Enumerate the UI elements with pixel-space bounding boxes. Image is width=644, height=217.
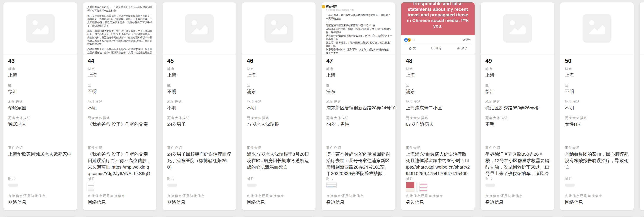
record-card-50[interactable]: 50 城市 上海 区 不明 地址描述 不明 死者大体描述 女性HR 事件介绍 丹… [560, 2, 634, 211]
field-label-deceased: 死者大体描述 [565, 116, 629, 120]
field-value-city: 上海 [565, 72, 629, 78]
comment-button[interactable]: 评论 [431, 46, 442, 50]
card-fields: 43 城市 上海 区 徐汇 地址描述 华欣家园 死者大体描述 独居老人 事件介绍… [4, 54, 77, 205]
weibo-body-line: 0220329去医院采样核酸，以便1号血透，晚上被告知核酸异样，等待转移 [326, 27, 392, 34]
cover-paragraph: 人都没有这样的机会，一个病人需要几十个人的同时帮助和关怀才有可能获得一丝的机会！ [87, 6, 152, 12]
field-label-image: 图片 [565, 177, 629, 181]
record-number: 48 [406, 57, 470, 64]
field-label-direct: 直接信息还是间接信息 [88, 194, 152, 198]
field-value-district: 浦东 [247, 88, 311, 94]
field-label-district: 区 [406, 83, 470, 87]
record-card-43[interactable]: 43 城市 上海 区 徐汇 地址描述 华欣家园 死者大体描述 独居老人 事件介绍… [3, 2, 77, 211]
field-label-event: 事件介绍 [88, 146, 152, 150]
empty-image-chip [8, 184, 18, 187]
field-value-event: 上海浦东*血透病人延误治疗致死且遗体滞留家中约30小时！https://shar… [406, 151, 470, 177]
record-card-47[interactable]: 茶香禅静 4-2 02:31 来自 iPhone客户端 一名志愿者，昨日我投入路… [321, 2, 395, 211]
field-value-event: 丹纳赫集团的某Hr，因心脏猝死没有核酸报告耽误治疗，导致死亡 [565, 151, 629, 177]
field-label-district: 区 [565, 83, 629, 87]
share-button[interactable]: 分享 [457, 46, 467, 50]
field-value-city: 上海 [247, 72, 311, 78]
field-label-city: 城市 [247, 67, 311, 71]
field-label-event: 事件介绍 [485, 146, 550, 150]
field-value-address: 不明 [565, 105, 629, 111]
empty-image-chip [247, 184, 257, 187]
image-placeholder-icon [26, 14, 55, 43]
field-label-direct: 直接信息还是间接信息 [565, 194, 629, 198]
field-label-district: 区 [88, 83, 152, 87]
field-value-district: 不明 [167, 88, 231, 94]
field-value-event: 24岁男子因核酸而延误治疗而猝死于浦东医院（微博@红茶260） [167, 151, 231, 177]
card-fields: 44 城市 上海 区 不明 地址描述 不明 死者大体描述 《我的爸爸 没了》作者… [83, 54, 156, 205]
weibo-timestamp: 4-2 02:31 来自 iPhone客户端 [326, 8, 392, 12]
field-value-direct: 网络信息 [8, 199, 72, 205]
like-button[interactable]: 赞 [408, 46, 416, 50]
field-label-district: 区 [247, 83, 311, 87]
comment-button-label: 评论 [436, 46, 442, 50]
field-label-address: 地址描述 [247, 100, 311, 104]
post-actions-row: 赞 评论 分享 [401, 44, 474, 50]
field-label-address: 地址描述 [167, 100, 231, 104]
field-label-deceased: 死者大体描述 [406, 116, 470, 120]
record-card-partial[interactable] [640, 2, 644, 211]
thumbs-up-icon [408, 46, 412, 50]
image-placeholder-icon [185, 14, 214, 43]
comments-count: 7条评论 [461, 38, 471, 42]
field-value-district: 徐汇 [8, 88, 72, 94]
card-cover [640, 2, 644, 54]
card-cover-weibo-screenshot: 茶香禅静 4-2 02:31 来自 iPhone客户端 一名志愿者，昨日我投入路… [322, 2, 395, 54]
field-value-deceased: 44岁，男性 [326, 121, 390, 140]
field-value-address: 不明 [167, 105, 231, 111]
field-value-city: 上海 [8, 72, 72, 78]
empty-image-chip [565, 184, 575, 187]
weibo-body-line: 复是等待领导批示。3月30日因为病情引起心衰，4月1日上午呼吸不畅， [326, 41, 392, 48]
field-value-city: 上海 [167, 72, 231, 78]
record-card-46[interactable]: 46 城市 上海 区 浦东 地址描述 不明 死者大体描述 77岁老人沈瑞根 事件… [242, 2, 316, 211]
field-label-direct: 直接信息还是间接信息 [8, 194, 72, 198]
reactions: 19 [404, 38, 415, 42]
field-label-deceased: 死者大体描述 [88, 116, 152, 120]
record-card-48[interactable]: Irresponsible and false statements about… [401, 2, 475, 211]
record-card-44[interactable]: 人都没有这样的机会，一个病人需要几十个人的同时帮助和关怀才有可能获得一丝的机会！… [83, 2, 157, 211]
field-label-address: 地址描述 [406, 100, 470, 104]
field-label-image: 图片 [485, 177, 550, 181]
image-placeholder-icon [503, 14, 532, 43]
record-card-49[interactable]: 49 城市 上海 区 徐汇 地址描述 徐汇区罗秀路850弄26号楼 死者大体描述… [480, 2, 554, 211]
image-thumbnail [416, 182, 418, 192]
image-thumb-row [88, 182, 152, 192]
field-label-deceased: 死者大体描述 [167, 116, 231, 120]
reaction-count: 19 [412, 38, 415, 41]
field-value-address: 不明 [247, 105, 311, 111]
card-fields: 45 城市 上海 区 不明 地址描述 不明 死者大体描述 24岁男子 事件介绍 … [162, 54, 236, 205]
field-value-city: 上海 [88, 72, 152, 78]
like-reaction-icon [404, 38, 408, 42]
field-label-city: 城市 [326, 67, 390, 71]
field-value-deceased: 不明 [485, 121, 550, 140]
field-value-address: 浦东新区唐镇创新西路28弄24号101室 [326, 105, 390, 111]
field-value-deceased: 24岁男子 [167, 121, 231, 140]
field-label-deceased: 死者大体描述 [8, 116, 72, 120]
field-label-district: 区 [485, 83, 550, 87]
field-value-district: 浦东 [326, 88, 390, 94]
field-label-direct: 直接信息还是间接信息 [167, 194, 231, 198]
image-thumb-row [326, 182, 390, 192]
record-card-45[interactable]: 45 城市 上海 区 不明 地址描述 不明 死者大体描述 24岁男子 事件介绍 … [162, 2, 236, 211]
field-label-address: 地址描述 [485, 100, 550, 104]
field-label-direct: 直接信息还是间接信息 [406, 194, 470, 198]
field-value-city: 上海 [326, 72, 390, 78]
image-thumb-row [167, 182, 231, 192]
card-fields: 48 城市 上海 区 浦东 地址描述 上海浦东寿二小区 死者大体描述 67岁血透… [401, 54, 474, 205]
weibo-body-line: 联系居委呼叫120，直到下午1点才到，经过40分钟的抢救，我哥的生命 [326, 48, 392, 54]
field-label-deceased: 死者大体描述 [485, 116, 550, 120]
field-label-event: 事件介绍 [326, 146, 390, 150]
field-label-district: 区 [167, 83, 231, 87]
image-thumb-row [8, 182, 72, 192]
image-thumbnail [406, 182, 414, 192]
weibo-body-line: 一名志愿者，昨日我投入路浦西核酸检测的队伍，但是累了一天后晚上接 [326, 13, 392, 20]
image-placeholder-icon [264, 14, 293, 43]
record-number: 47 [326, 57, 390, 64]
field-label-image: 图片 [326, 177, 390, 181]
field-value-district: 浦东 [406, 88, 470, 94]
field-value-direct: 网络信息 [565, 199, 629, 205]
field-label-city: 城市 [485, 67, 550, 71]
weibo-body-line: 从这天开始我大伯停地电话12345，疾控中心，居委转运车一直不来。永 [326, 34, 392, 41]
